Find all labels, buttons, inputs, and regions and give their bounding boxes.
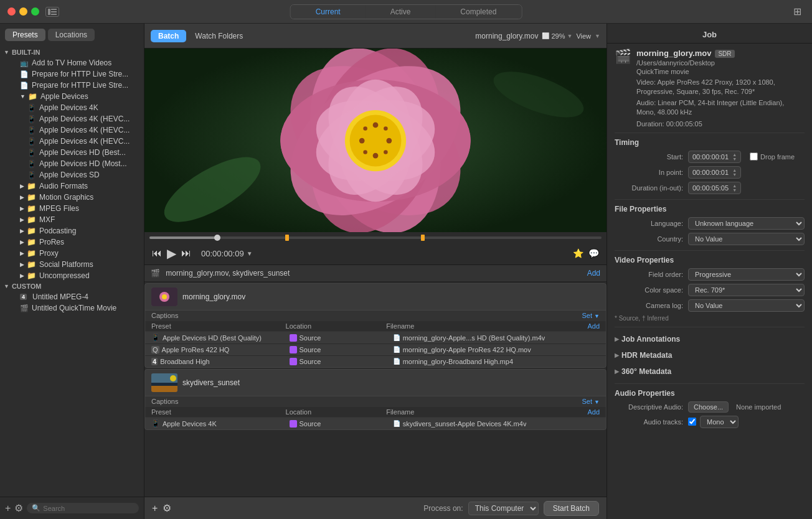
drop-frame-checkbox[interactable] xyxy=(750,152,758,161)
tree-item-mpeg4[interactable]: 4 Untitled MPEG-4 xyxy=(0,291,144,302)
set-arrow-1: ▼ xyxy=(594,313,600,319)
search-input[interactable] xyxy=(43,505,134,512)
tree-item-label: Apple Devices SD xyxy=(39,171,100,179)
built-in-header[interactable]: ▼ BUILT-IN xyxy=(0,47,144,57)
tree-item-uncompressed[interactable]: ▶ 📁 Uncompressed xyxy=(0,270,144,281)
settings-job-button[interactable]: ⚙ xyxy=(163,502,171,514)
add-preset-button[interactable]: + xyxy=(5,503,11,514)
svg-rect-1 xyxy=(51,9,57,10)
batch-button[interactable]: Batch xyxy=(151,30,186,42)
sidebar-tab-locations[interactable]: Locations xyxy=(48,29,95,41)
audio-tracks-checkbox[interactable] xyxy=(688,418,696,426)
output-row-1-2: Q Apple ProRes 422 HQ Source 📄 morning_g… xyxy=(145,344,606,356)
tab-completed[interactable]: Completed xyxy=(435,5,521,19)
location-cell-2-1: Source xyxy=(290,420,393,428)
start-down[interactable]: ▼ xyxy=(732,157,737,161)
field-order-select[interactable]: Progressive xyxy=(688,268,805,281)
audio-tracks-select[interactable]: Mono xyxy=(700,416,739,428)
tree-item-label: Apple Devices 4K (HEVC... xyxy=(39,115,130,123)
scrubber-track[interactable] xyxy=(149,236,602,239)
start-up[interactable]: ▲ xyxy=(732,152,737,157)
language-select[interactable]: Unknown language xyxy=(688,217,805,230)
source-icon xyxy=(290,334,297,342)
color-space-select[interactable]: Rec. 709* xyxy=(688,284,805,296)
job-title-row-1[interactable]: morning_glory.mov xyxy=(145,284,606,310)
tree-item-mxf[interactable]: ▶ 📁 MXF xyxy=(0,214,144,225)
set-button-1[interactable]: Set ▼ xyxy=(582,312,600,319)
start-arrows[interactable]: ▲ ▼ xyxy=(732,152,737,161)
tree-item-http2[interactable]: 📄 Prepare for HTTP Live Stre... xyxy=(0,80,144,91)
settings-button[interactable]: ⚙ xyxy=(14,502,23,514)
col-add-label[interactable]: Add xyxy=(587,322,600,330)
tree-item-podcasting[interactable]: ▶ 📁 Podcasting xyxy=(0,225,144,236)
dur-down[interactable]: ▼ xyxy=(732,188,737,192)
tree-item-mpeg[interactable]: ▶ 📁 MPEG Files xyxy=(0,203,144,214)
tree-item-apple-devices-folder[interactable]: ▼ 📁 Apple Devices xyxy=(0,91,144,102)
start-batch-button[interactable]: Start Batch xyxy=(544,501,599,516)
tab-current[interactable]: Current xyxy=(291,5,366,19)
tree-item-motion-graphics[interactable]: ▶ 📁 Motion Graphics xyxy=(0,192,144,203)
tree-item-prores[interactable]: ▶ 📁 ProRes xyxy=(0,236,144,248)
play-button[interactable]: ▶ xyxy=(167,246,176,261)
tree-item-proxy[interactable]: ▶ 📁 Proxy xyxy=(0,248,144,259)
output-table-2: Preset Location Filename Add 📱 Apple Dev… xyxy=(145,406,606,429)
filename-text-2-1: skydivers_sunset-Apple Devices 4K.m4v xyxy=(403,420,527,428)
tree-item-apple-4k[interactable]: 📱 Apple Devices 4K xyxy=(0,102,144,113)
rating-button[interactable]: ⭐ xyxy=(573,248,583,258)
svg-point-34 xyxy=(170,375,176,381)
custom-header[interactable]: ▼ CUSTOM xyxy=(0,281,144,291)
tree-item-social[interactable]: ▶ 📁 Social Platforms xyxy=(0,259,144,270)
folder-icon: 📁 xyxy=(27,193,36,202)
in-up[interactable]: ▲ xyxy=(732,168,737,172)
filename-cell-1-1: 📄 morning_glory-Apple...s HD (Best Quali… xyxy=(393,334,600,342)
dur-up[interactable]: ▲ xyxy=(732,184,737,188)
360-label: 360° Metadata xyxy=(621,367,671,376)
tree-item-apple-4k-hevc1[interactable]: 📱 Apple Devices 4K (HEVC... xyxy=(0,113,144,124)
folder-arrow: ▶ xyxy=(20,250,24,256)
tree-item-apple-hd-best[interactable]: 📱 Apple Devices HD (Best... xyxy=(0,147,144,158)
skip-back-button[interactable]: ⏮ xyxy=(152,248,162,259)
tree-item-quicktime[interactable]: 🎬 Untitled QuickTime Movie xyxy=(0,302,144,314)
comment-button[interactable]: 💬 xyxy=(588,248,599,258)
watch-folders-button[interactable]: Watch Folders xyxy=(190,30,248,42)
set-arrow-2: ▼ xyxy=(594,399,600,405)
sidebar-toggle[interactable] xyxy=(45,7,59,17)
360-title[interactable]: ▶ 360° Metadata xyxy=(615,365,805,378)
tab-active[interactable]: Active xyxy=(366,5,436,19)
scrubber[interactable] xyxy=(149,232,602,243)
in-point-arrows[interactable]: ▲ ▼ xyxy=(732,168,737,177)
process-select[interactable]: This Computer xyxy=(468,502,539,515)
device-icon: 📱 xyxy=(27,138,36,146)
tree-item-apple-4k-hevc3[interactable]: 📱 Apple Devices 4K (HEVC... xyxy=(0,136,144,147)
grid-icon[interactable]: ⊞ xyxy=(791,6,803,18)
skip-forward-button[interactable]: ⏭ xyxy=(181,248,191,259)
tree-item-http1[interactable]: 📄 Prepare for HTTP Live Stre... xyxy=(0,68,144,80)
country-select[interactable]: No Value xyxy=(688,233,805,245)
in-down[interactable]: ▼ xyxy=(732,172,737,177)
tree-item-add-tv[interactable]: 📺 Add to TV Home Videos xyxy=(0,57,144,68)
tree-item-audio-formats[interactable]: ▶ 📁 Audio Formats xyxy=(0,180,144,192)
batch-add-link[interactable]: Add xyxy=(587,269,600,278)
set-button-2[interactable]: Set ▼ xyxy=(582,398,600,405)
camera-log-select[interactable]: No Value xyxy=(688,299,805,312)
sidebar-tab-presets[interactable]: Presets xyxy=(5,29,45,41)
add-job-button[interactable]: + xyxy=(152,503,158,514)
scrubber-head[interactable] xyxy=(214,235,220,241)
minimize-button[interactable] xyxy=(19,7,27,16)
close-button[interactable] xyxy=(7,7,16,16)
job-item-1: morning_glory.mov Captions Set ▼ Preset … xyxy=(144,283,607,368)
duration-row: Duration (in-out): 00:00:05:05 ▲ ▼ xyxy=(615,182,805,194)
view-button[interactable]: View xyxy=(576,32,591,40)
fullscreen-button[interactable] xyxy=(31,7,39,16)
timecode-arrow[interactable]: ▼ xyxy=(247,250,253,257)
hdr-title[interactable]: ▶ HDR Metadata xyxy=(615,348,805,362)
duration-arrows[interactable]: ▲ ▼ xyxy=(732,184,737,192)
job-annotations-title[interactable]: ▶ Job Annotations xyxy=(615,332,805,346)
choose-button[interactable]: Choose... xyxy=(688,401,729,413)
tree-item-apple-sd[interactable]: 📱 Apple Devices SD xyxy=(0,169,144,180)
tree-item-apple-4k-hevc2[interactable]: 📱 Apple Devices 4K (HEVC... xyxy=(0,124,144,136)
job-title-row-2[interactable]: skydivers_sunset xyxy=(145,370,606,396)
device-icon: 📱 xyxy=(27,171,36,179)
tree-item-apple-hd-most[interactable]: 📱 Apple Devices HD (Most... xyxy=(0,158,144,169)
col-add-label-2[interactable]: Add xyxy=(587,408,600,416)
